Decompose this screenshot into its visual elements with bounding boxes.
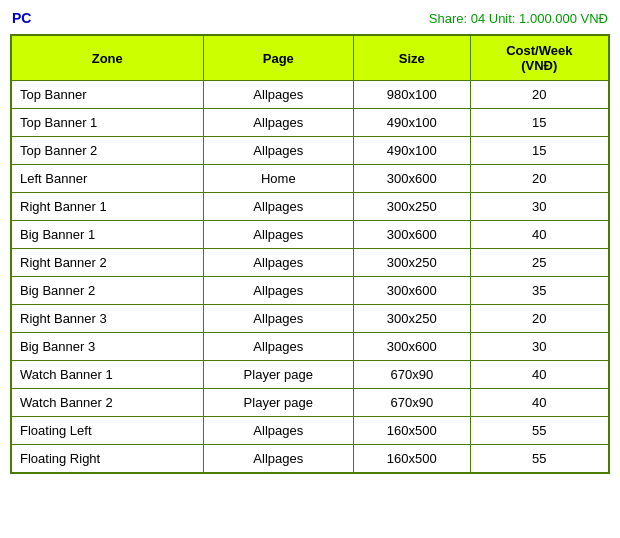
table-row: Top Banner 1Allpages490x10015 bbox=[11, 109, 609, 137]
cell-zone: Right Banner 2 bbox=[11, 249, 203, 277]
cell-size: 300x600 bbox=[354, 333, 471, 361]
cell-size: 980x100 bbox=[354, 81, 471, 109]
cell-page: Player page bbox=[203, 389, 354, 417]
cell-zone: Top Banner 2 bbox=[11, 137, 203, 165]
cell-cost: 40 bbox=[470, 389, 609, 417]
table-row: Watch Banner 2Player page670x9040 bbox=[11, 389, 609, 417]
cell-zone: Left Banner bbox=[11, 165, 203, 193]
cell-page: Allpages bbox=[203, 221, 354, 249]
table-row: Floating RightAllpages160x50055 bbox=[11, 445, 609, 474]
cell-zone: Floating Left bbox=[11, 417, 203, 445]
cell-zone: Top Banner 1 bbox=[11, 109, 203, 137]
cell-size: 670x90 bbox=[354, 361, 471, 389]
cell-page: Allpages bbox=[203, 109, 354, 137]
cell-size: 300x600 bbox=[354, 165, 471, 193]
cell-page: Player page bbox=[203, 361, 354, 389]
cell-page: Allpages bbox=[203, 445, 354, 474]
cell-size: 490x100 bbox=[354, 137, 471, 165]
cell-zone: Top Banner bbox=[11, 81, 203, 109]
table-row: Left BannerHome300x60020 bbox=[11, 165, 609, 193]
cell-zone: Right Banner 3 bbox=[11, 305, 203, 333]
cell-page: Allpages bbox=[203, 305, 354, 333]
table-row: Right Banner 3Allpages300x25020 bbox=[11, 305, 609, 333]
cell-size: 300x600 bbox=[354, 221, 471, 249]
col-zone: Zone bbox=[11, 35, 203, 81]
cell-page: Allpages bbox=[203, 137, 354, 165]
cell-cost: 20 bbox=[470, 305, 609, 333]
col-page: Page bbox=[203, 35, 354, 81]
table-row: Floating LeftAllpages160x50055 bbox=[11, 417, 609, 445]
cell-size: 670x90 bbox=[354, 389, 471, 417]
cell-size: 300x250 bbox=[354, 193, 471, 221]
table-row: Big Banner 1Allpages300x60040 bbox=[11, 221, 609, 249]
cell-page: Allpages bbox=[203, 249, 354, 277]
cell-zone: Right Banner 1 bbox=[11, 193, 203, 221]
cell-zone: Big Banner 2 bbox=[11, 277, 203, 305]
cell-zone: Big Banner 3 bbox=[11, 333, 203, 361]
cell-size: 160x500 bbox=[354, 445, 471, 474]
cell-cost: 20 bbox=[470, 81, 609, 109]
cell-cost: 40 bbox=[470, 221, 609, 249]
cell-page: Allpages bbox=[203, 81, 354, 109]
cell-cost: 55 bbox=[470, 445, 609, 474]
cell-cost: 55 bbox=[470, 417, 609, 445]
cell-zone: Big Banner 1 bbox=[11, 221, 203, 249]
cell-page: Allpages bbox=[203, 417, 354, 445]
cell-cost: 15 bbox=[470, 109, 609, 137]
platform-label: PC bbox=[12, 10, 31, 26]
cell-size: 160x500 bbox=[354, 417, 471, 445]
table-row: Watch Banner 1Player page670x9040 bbox=[11, 361, 609, 389]
pricing-table: Zone Page Size Cost/Week(VNĐ) Top Banner… bbox=[10, 34, 610, 474]
cell-size: 490x100 bbox=[354, 109, 471, 137]
table-row: Top Banner 2Allpages490x10015 bbox=[11, 137, 609, 165]
cell-size: 300x250 bbox=[354, 305, 471, 333]
col-size: Size bbox=[354, 35, 471, 81]
cell-zone: Floating Right bbox=[11, 445, 203, 474]
cell-page: Home bbox=[203, 165, 354, 193]
table-row: Top BannerAllpages980x10020 bbox=[11, 81, 609, 109]
cell-cost: 30 bbox=[470, 193, 609, 221]
cell-cost: 40 bbox=[470, 361, 609, 389]
table-row: Big Banner 2Allpages300x60035 bbox=[11, 277, 609, 305]
cell-page: Allpages bbox=[203, 277, 354, 305]
table-row: Right Banner 1Allpages300x25030 bbox=[11, 193, 609, 221]
cell-cost: 25 bbox=[470, 249, 609, 277]
col-cost: Cost/Week(VNĐ) bbox=[470, 35, 609, 81]
cell-size: 300x600 bbox=[354, 277, 471, 305]
cell-cost: 20 bbox=[470, 165, 609, 193]
cell-cost: 35 bbox=[470, 277, 609, 305]
cell-page: Allpages bbox=[203, 333, 354, 361]
cell-cost: 15 bbox=[470, 137, 609, 165]
cell-size: 300x250 bbox=[354, 249, 471, 277]
table-header-row: Zone Page Size Cost/Week(VNĐ) bbox=[11, 35, 609, 81]
table-row: Big Banner 3Allpages300x60030 bbox=[11, 333, 609, 361]
page-header: PC Share: 04 Unit: 1.000.000 VNĐ bbox=[10, 10, 610, 26]
table-row: Right Banner 2Allpages300x25025 bbox=[11, 249, 609, 277]
share-info: Share: 04 Unit: 1.000.000 VNĐ bbox=[429, 11, 608, 26]
cell-zone: Watch Banner 1 bbox=[11, 361, 203, 389]
cell-zone: Watch Banner 2 bbox=[11, 389, 203, 417]
cell-page: Allpages bbox=[203, 193, 354, 221]
cell-cost: 30 bbox=[470, 333, 609, 361]
